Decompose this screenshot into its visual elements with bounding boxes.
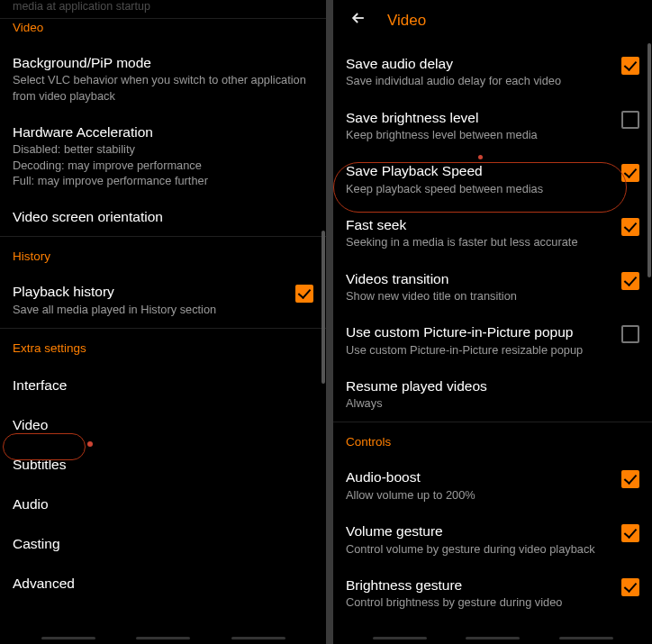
pref-sub: Allow volume up to 200% (346, 487, 612, 503)
nav-label: Casting (13, 536, 60, 551)
pref-label: Use custom Picture-in-Picture popup (346, 323, 612, 340)
pref-video-orientation[interactable]: Video screen orientation (0, 199, 326, 236)
pref-sub: Control brightness by gesture during vid… (346, 594, 612, 610)
pref-label: Video screen orientation (13, 208, 313, 225)
checkbox-icon[interactable] (295, 285, 313, 303)
page-title: Video (387, 12, 426, 30)
nav-label: Advanced (13, 576, 75, 591)
pref-background-pip[interactable]: Background/PiP mode Select VLC behavior … (0, 45, 326, 114)
pref-label: Hardware Acceleration (13, 123, 313, 141)
pref-volume-gesture[interactable]: Volume gesture Control volume by gesture… (333, 513, 652, 567)
pref-label: Videos transition (346, 270, 612, 287)
pref-label: Save brightness level (346, 109, 612, 126)
nav-label: Audio (13, 496, 49, 512)
pref-sub: Save all media played in History section (13, 302, 286, 317)
annotation-dot-icon (87, 441, 93, 447)
pref-videos-transition[interactable]: Videos transition Show new video title o… (333, 261, 652, 315)
settings-video-pane: Video Save audio delay Save individual a… (333, 0, 652, 644)
nav-video[interactable]: Video (0, 405, 326, 445)
nav-audio[interactable]: Audio (0, 485, 326, 524)
section-header-history: History (0, 237, 326, 274)
pref-label: Volume gesture (346, 522, 612, 540)
pref-label: Playback history (13, 283, 286, 300)
android-navbar (0, 631, 326, 644)
pref-brightness-gesture[interactable]: Brightness gesture Control brightness by… (333, 567, 652, 621)
checkbox-icon[interactable] (621, 524, 639, 542)
pref-sub: Keep playback speed between medias (346, 181, 612, 196)
pref-label: Save Playback Speed (346, 162, 612, 179)
section-header-controls: Controls (333, 422, 652, 459)
settings-main-pane: media at application startup Video Backg… (0, 0, 326, 644)
nav-interface[interactable]: Interface (0, 366, 326, 405)
checkbox-icon[interactable] (621, 325, 639, 343)
pref-sub: Control volume by gesture during video p… (346, 541, 612, 557)
pref-sub: Always (346, 395, 639, 411)
pref-label: Background/PiP mode (13, 54, 313, 71)
pref-label: Audio-boost (346, 468, 612, 485)
pref-save-audio-delay[interactable]: Save audio delay Save individual audio d… (333, 46, 652, 100)
checkbox-icon[interactable] (621, 272, 639, 290)
pref-audio-boost[interactable]: Audio-boost Allow volume up to 200% (333, 459, 652, 513)
nav-label: Video (13, 417, 48, 432)
scrollbar-thumb[interactable] (321, 231, 325, 384)
pref-hardware-accel[interactable]: Hardware Acceleration Disabled: better s… (0, 114, 326, 199)
section-header-video: Video (0, 19, 326, 45)
truncated-text: media at application startup (0, 0, 326, 18)
annotation-dot-icon (478, 155, 483, 159)
nav-label: Subtitles (13, 457, 66, 472)
pref-save-brightness[interactable]: Save brightness level Keep brightness le… (333, 100, 652, 154)
pref-playback-history[interactable]: Playback history Save all media played i… (0, 274, 326, 328)
checkbox-icon[interactable] (621, 218, 639, 236)
pref-label: Save audio delay (346, 55, 612, 72)
scrollbar-thumb[interactable] (647, 43, 651, 277)
pref-label: Brightness gesture (346, 576, 612, 594)
nav-casting[interactable]: Casting (0, 524, 326, 564)
pref-sub: Use custom Picture-in-Picture resizable … (346, 342, 612, 358)
pref-fast-seek[interactable]: Fast seek Seeking in a media is faster b… (333, 207, 652, 261)
pref-sub: Keep brightness level between media (346, 127, 612, 142)
checkbox-icon[interactable] (621, 111, 639, 129)
nav-advanced[interactable]: Advanced (0, 564, 326, 603)
section-header-extra: Extra settings (0, 329, 326, 366)
pref-sub: Seeking in a media is faster but less ac… (346, 234, 612, 249)
checkbox-icon[interactable] (621, 578, 639, 596)
pref-label: Resume played videos (346, 377, 639, 395)
pref-sub: Show new video title on transition (346, 288, 612, 304)
back-arrow-icon[interactable] (349, 9, 367, 32)
nav-label: Interface (13, 377, 67, 393)
checkbox-icon[interactable] (621, 164, 639, 182)
pref-sub: Select VLC behavior when you switch to o… (13, 72, 313, 104)
pref-label: Fast seek (346, 216, 612, 233)
pref-sub: Save individual audio delay for each vid… (346, 73, 612, 88)
pref-save-playback-speed[interactable]: Save Playback Speed Keep playback speed … (333, 153, 652, 207)
checkbox-icon[interactable] (621, 57, 639, 75)
app-bar: Video (333, 0, 652, 46)
checkbox-icon[interactable] (621, 470, 639, 488)
nav-subtitles[interactable]: Subtitles (0, 445, 326, 485)
pref-sub: Disabled: better stability Decoding: may… (13, 141, 313, 188)
pref-resume-played[interactable]: Resume played videos Always (333, 368, 652, 422)
android-navbar (333, 631, 652, 644)
pref-custom-pip[interactable]: Use custom Picture-in-Picture popup Use … (333, 314, 652, 368)
